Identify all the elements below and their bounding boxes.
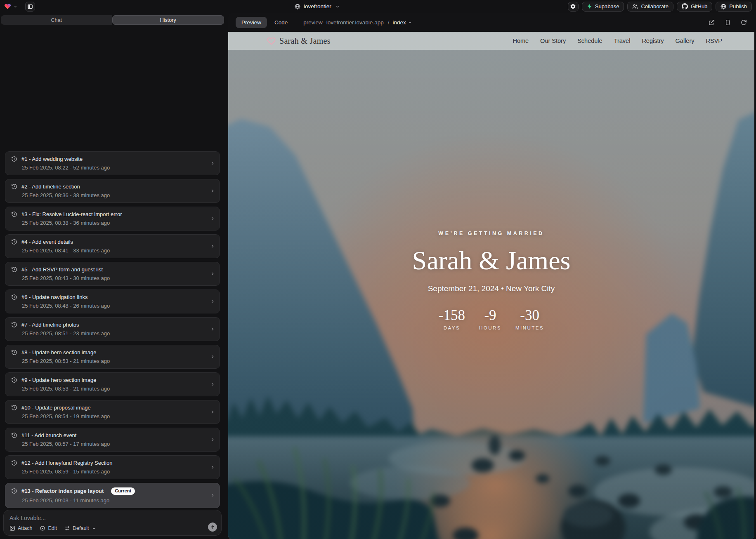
history-item-meta: 25 Feb 2025, 08:51 - 23 minutes ago [11, 330, 205, 337]
site-logo-text: Sarah & James [279, 36, 331, 46]
history-item-meta: 25 Feb 2025, 09:03 - 11 minutes ago [11, 497, 205, 504]
open-in-new-tab-icon[interactable] [709, 19, 715, 26]
url-separator: / [388, 19, 390, 26]
collaborate-label: Collaborate [641, 3, 669, 9]
nav-our-story[interactable]: Our Story [540, 38, 566, 44]
hero-date-location: September 21, 2024 • New York City [228, 284, 754, 293]
mode-chevron-down-icon [92, 526, 96, 531]
history-icon [11, 211, 17, 217]
history-item-title: #9 - Update hero section image [21, 377, 96, 383]
current-badge: Current [111, 487, 135, 495]
history-item[interactable]: #2 - Add timeline section 25 Feb 2025, 0… [5, 179, 220, 203]
history-item-title: #4 - Add event details [21, 239, 73, 245]
site-header: Sarah & James Home Our Story Schedule Tr… [228, 32, 754, 50]
history-item-current[interactable]: #13 - Refactor index page layoutCurrent … [5, 483, 220, 508]
history-icon [11, 294, 17, 300]
preview-url[interactable]: preview--lovefrontier.lovable.app / inde… [303, 19, 412, 26]
history-item-title: #7 - Add timeline photos [21, 322, 79, 328]
hero-title: Sarah & James [228, 245, 754, 276]
chevron-right-icon [210, 437, 215, 442]
send-button[interactable] [208, 523, 217, 532]
attach-button[interactable]: Attach [9, 525, 32, 531]
lovable-logo-icon[interactable] [4, 3, 11, 10]
preview-panel: Preview Code preview--lovefrontier.lovab… [228, 13, 754, 539]
history-icon [11, 377, 17, 383]
countdown-hours-value: -9 [478, 307, 502, 324]
history-item[interactable]: #6 - Update navigation links 25 Feb 2025… [5, 290, 220, 313]
mobile-view-icon[interactable] [725, 19, 731, 26]
history-item[interactable]: #12 - Add Honeyfund Registry Section 25 … [5, 455, 220, 479]
collaborate-button[interactable]: Collaborate [627, 2, 673, 12]
mode-select[interactable]: Default [64, 525, 96, 531]
history-item[interactable]: #9 - Update hero section image 25 Feb 20… [5, 372, 220, 396]
countdown-minutes: -30 MINUTES [515, 307, 544, 330]
users-icon [632, 4, 638, 9]
chevron-right-icon [210, 299, 215, 304]
supabase-button[interactable]: Supabase [582, 2, 624, 12]
nav-registry[interactable]: Registry [642, 38, 664, 44]
history-item-title: #12 - Add Honeyfund Registry Section [21, 460, 112, 466]
github-icon [682, 3, 688, 9]
project-name: lovefrontier [304, 3, 331, 9]
history-icon [11, 184, 17, 190]
history-icon [11, 239, 17, 245]
site-logo[interactable]: Sarah & James [267, 36, 331, 46]
countdown-minutes-label: MINUTES [515, 325, 544, 330]
countdown-days: -158 DAYS [439, 307, 465, 330]
sidebar-toggle-button[interactable] [25, 2, 35, 12]
history-item[interactable]: #11 - Add brunch event 25 Feb 2025, 08:5… [5, 428, 220, 452]
tab-chat[interactable]: Chat [1, 15, 112, 25]
nav-home[interactable]: Home [513, 38, 529, 44]
settings-button[interactable] [568, 2, 579, 12]
history-item-meta: 25 Feb 2025, 08:57 - 17 minutes ago [11, 441, 205, 447]
history-icon [11, 488, 17, 494]
history-item[interactable]: #1 - Add wedding website 25 Feb 2025, 08… [5, 151, 220, 175]
tab-history[interactable]: History [112, 15, 224, 25]
workspace-chevron-down-icon[interactable] [13, 4, 18, 9]
history-item-meta: 25 Feb 2025, 08:36 - 38 minutes ago [11, 192, 205, 198]
heart-icon [267, 37, 276, 45]
history-item-meta: 25 Feb 2025, 08:43 - 30 minutes ago [11, 275, 205, 281]
publish-label: Publish [729, 3, 747, 9]
tab-preview[interactable]: Preview [236, 17, 267, 28]
history-item-meta: 25 Feb 2025, 08:48 - 26 minutes ago [11, 303, 205, 309]
refresh-icon[interactable] [741, 19, 747, 26]
nav-gallery[interactable]: Gallery [676, 38, 695, 44]
chevron-right-icon [210, 409, 215, 415]
hero-section: WE’RE GETTING MARRIED Sarah & James Sept… [228, 231, 754, 330]
preview-toolbar: Preview Code preview--lovefrontier.lovab… [228, 13, 754, 32]
ask-lovable-input[interactable] [9, 515, 199, 521]
history-item[interactable]: #3 - Fix: Resolve Lucide-react import er… [5, 207, 220, 231]
tab-code[interactable]: Code [269, 17, 293, 28]
nav-schedule[interactable]: Schedule [577, 38, 602, 44]
history-item-meta: 25 Feb 2025, 08:41 - 33 minutes ago [11, 247, 205, 254]
composer: Attach Edit Default [3, 510, 222, 536]
edit-label: Edit [48, 525, 57, 531]
countdown: -158 DAYS -9 HOURS -30 MINUTES [228, 307, 754, 330]
history-icon [11, 266, 17, 273]
countdown-hours: -9 HOURS [478, 307, 502, 330]
chevron-right-icon [210, 216, 215, 221]
globe-icon [295, 4, 300, 9]
github-button[interactable]: GitHub [677, 2, 712, 12]
site-nav: Home Our Story Schedule Travel Registry … [513, 38, 722, 44]
project-switcher[interactable]: lovefrontier [295, 0, 340, 13]
history-item[interactable]: #7 - Add timeline photos 25 Feb 2025, 08… [5, 317, 220, 341]
nav-rsvp[interactable]: RSVP [706, 38, 723, 44]
chevron-right-icon [210, 354, 215, 360]
panel-left-icon [27, 4, 33, 9]
nav-travel[interactable]: Travel [614, 38, 631, 44]
history-item-meta: 25 Feb 2025, 08:59 - 15 minutes ago [11, 468, 205, 475]
chevron-right-icon [210, 188, 215, 194]
url-domain: preview--lovefrontier.lovable.app [303, 19, 383, 26]
chevron-right-icon [210, 492, 215, 498]
history-item[interactable]: #10 - Update proposal image 25 Feb 2025,… [5, 400, 220, 424]
history-icon [11, 405, 17, 411]
history-item[interactable]: #8 - Update hero section image 25 Feb 20… [5, 345, 220, 369]
history-item[interactable]: #4 - Add event details 25 Feb 2025, 08:4… [5, 234, 220, 258]
history-item-title: #5 - Add RSVP form and guest list [21, 266, 103, 273]
history-item[interactable]: #5 - Add RSVP form and guest list 25 Feb… [5, 262, 220, 286]
publish-button[interactable]: Publish [716, 2, 752, 12]
project-chevron-down-icon [335, 4, 340, 9]
edit-button[interactable]: Edit [40, 525, 57, 531]
